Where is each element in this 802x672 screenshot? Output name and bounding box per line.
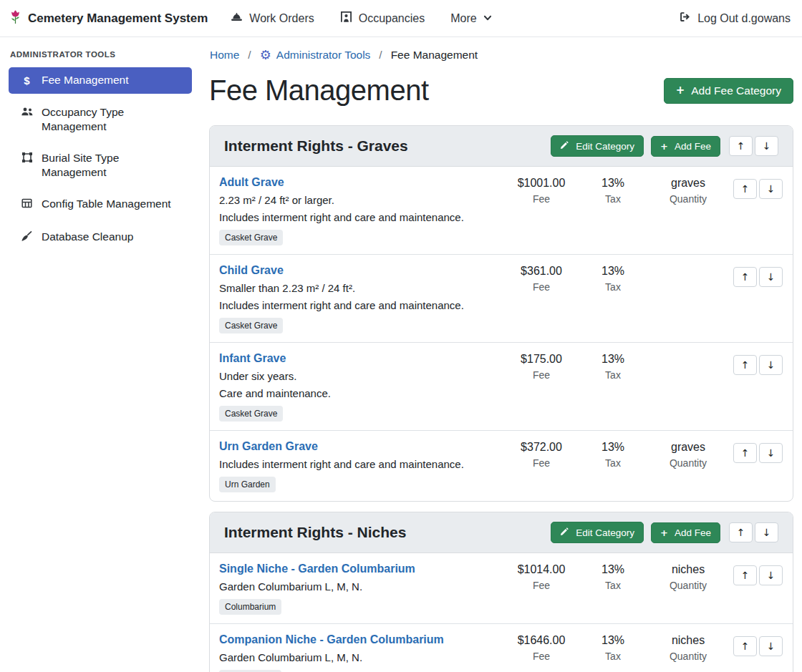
fee-move-down-button[interactable]: ↓: [759, 636, 783, 656]
fee-move-up-button[interactable]: ↑: [733, 355, 757, 375]
fee-amount-column: $1001.00 Fee: [502, 174, 581, 205]
fee-amount-column: $372.00 Fee: [502, 438, 581, 469]
category-title: Interment Rights - Niches: [224, 524, 551, 541]
arrow-up-icon: ↑: [741, 360, 750, 370]
breadcrumb-separator: /: [379, 49, 382, 62]
fee-amount-column: $1014.00 Fee: [502, 560, 581, 591]
fee-move-down-button[interactable]: ↓: [759, 267, 783, 287]
fee-move-up-button[interactable]: ↑: [733, 565, 757, 585]
breadcrumb-admin-tools[interactable]: ⚙ Administrator Tools: [260, 49, 371, 62]
nav-label: Occupancies: [359, 12, 425, 25]
fee-type-badge: Casket Grave: [219, 318, 283, 333]
fee-amount-column: $1646.00 Fee: [502, 631, 581, 662]
fee-description: 2.23 m² / 24 ft² or larger.: [219, 194, 496, 206]
arrow-down-icon: ↓: [767, 272, 776, 282]
fee-label: Fee: [502, 457, 581, 469]
fee-description: Garden Columbarium L, M, N.: [219, 580, 496, 593]
nav-work-orders[interactable]: Work Orders: [231, 11, 314, 26]
tax-column: 13% Tax: [581, 174, 645, 205]
tax-value: 13%: [581, 441, 645, 454]
fee-move-down-button[interactable]: ↓: [759, 179, 783, 199]
fee-name-link[interactable]: Child Grave: [219, 264, 284, 277]
sidebar-item-burial-site-type-management[interactable]: Burial Site Type Management: [9, 145, 192, 185]
fee-label: Fee: [502, 580, 581, 591]
fee-move-up-button[interactable]: ↑: [733, 636, 757, 656]
fee-amount: $1001.00: [502, 177, 581, 190]
fee-move-down-button[interactable]: ↓: [759, 565, 783, 585]
fee-description: Under six years.: [219, 370, 496, 382]
quantity-value: graves: [645, 441, 731, 454]
sidebar-item-config-table-management[interactable]: Config Table Management: [9, 191, 192, 218]
occupancy-icon: [340, 11, 352, 26]
quantity-label: Quantity: [645, 580, 731, 591]
tax-value: 13%: [581, 634, 645, 647]
edit-category-button[interactable]: Edit Category: [551, 135, 644, 157]
quantity-column: niches Quantity: [645, 631, 731, 662]
vector-square-icon: [20, 152, 34, 167]
fee-description: Includes interment right and care and ma…: [219, 458, 496, 470]
quantity-column: graves Quantity: [645, 174, 731, 205]
fee-move-up-button[interactable]: ↑: [733, 179, 757, 199]
quantity-value: niches: [645, 563, 731, 576]
fee-name-link[interactable]: Companion Niche - Garden Columbarium: [219, 633, 444, 646]
nav-occupancies[interactable]: Occupancies: [340, 11, 425, 26]
fee-label: Fee: [502, 651, 581, 662]
tax-label: Tax: [581, 369, 645, 381]
sidebar-item-database-cleanup[interactable]: Database Cleanup: [9, 224, 192, 251]
fee-row-urn-garden-grave: Urn Garden Grave Includes interment righ…: [210, 431, 793, 501]
logout-link[interactable]: Log Out d.gowans: [679, 11, 791, 26]
fee-move-down-button[interactable]: ↓: [759, 443, 783, 463]
fee-amount: $1646.00: [502, 634, 581, 647]
sidebar-item-fee-management[interactable]: $ Fee Management: [9, 67, 192, 94]
fee-name-link[interactable]: Adult Grave: [219, 176, 284, 189]
arrow-up-icon: ↑: [737, 141, 745, 151]
fee-move-up-button[interactable]: ↑: [733, 267, 757, 287]
app-title: Cemetery Management System: [28, 11, 208, 26]
category-move-down-button[interactable]: ↓: [755, 522, 778, 542]
tax-label: Tax: [581, 580, 645, 591]
arrow-down-icon: ↓: [767, 641, 776, 651]
category-move-down-button[interactable]: ↓: [755, 136, 778, 156]
add-fee-button[interactable]: + Add Fee: [651, 522, 720, 543]
people-icon: [20, 106, 34, 121]
fee-row-single-niche: Single Niche - Garden Columbarium Garden…: [210, 553, 793, 624]
category-card-graves: Interment Rights - Graves Edit Category …: [209, 125, 793, 502]
chevron-down-icon: [483, 12, 492, 25]
breadcrumb-home[interactable]: Home: [210, 49, 239, 62]
sidebar-item-occupancy-type-management[interactable]: Occupancy Type Management: [9, 99, 192, 140]
fee-name-link[interactable]: Urn Garden Grave: [219, 440, 318, 453]
tax-value: 13%: [581, 563, 645, 576]
add-fee-button[interactable]: + Add Fee: [651, 136, 720, 157]
hard-hat-icon: [231, 11, 243, 26]
sidebar-item-label: Occupancy Type Management: [42, 105, 185, 134]
tax-column: 13% Tax: [581, 438, 645, 469]
arrow-up-icon: ↑: [741, 570, 750, 580]
fee-label: Fee: [502, 281, 581, 293]
app-brand[interactable]: Cemetery Management System: [9, 9, 208, 28]
category-move-up-button[interactable]: ↑: [729, 522, 753, 542]
arrow-down-icon: ↓: [767, 448, 776, 458]
gear-icon: ⚙: [260, 49, 271, 62]
fee-move-down-button[interactable]: ↓: [759, 355, 783, 375]
breadcrumb-separator: /: [248, 49, 251, 62]
fee-move-up-button[interactable]: ↑: [733, 443, 757, 463]
arrow-down-icon: ↓: [767, 360, 776, 370]
quantity-column: [645, 350, 731, 353]
tax-value: 13%: [581, 353, 645, 366]
edit-category-button[interactable]: Edit Category: [551, 522, 644, 543]
add-fee-category-button[interactable]: + Add Fee Category: [664, 78, 793, 104]
category-move-up-button[interactable]: ↑: [729, 136, 753, 156]
fee-row-child-grave: Child Grave Smaller than 2.23 m² / 24 ft…: [210, 255, 793, 343]
quantity-label: Quantity: [645, 651, 731, 662]
nav-label: More: [450, 12, 476, 25]
tax-column: 13% Tax: [581, 631, 645, 662]
fee-description: Includes interment right and care and ma…: [219, 299, 496, 311]
nav-more[interactable]: More: [450, 12, 491, 25]
fee-name-link[interactable]: Single Niche - Garden Columbarium: [219, 563, 415, 575]
fee-amount-column: $175.00 Fee: [502, 350, 581, 381]
arrow-up-icon: ↑: [741, 184, 750, 194]
arrow-up-icon: ↑: [741, 641, 750, 651]
fee-description: Smaller than 2.23 m² / 24 ft².: [219, 282, 496, 294]
fee-name-link[interactable]: Infant Grave: [219, 352, 286, 365]
page-title: Fee Management: [209, 74, 429, 107]
